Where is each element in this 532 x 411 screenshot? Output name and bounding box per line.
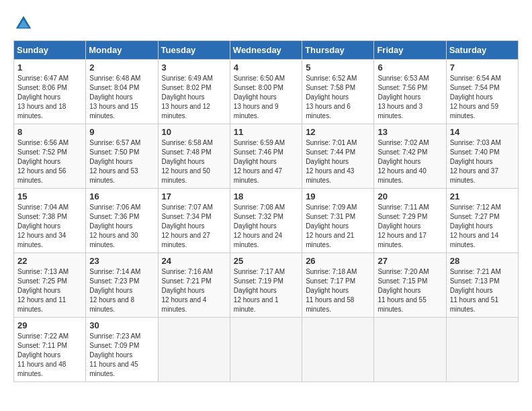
day-info: Sunrise: 7:20 AM Sunset: 7:15 PM Dayligh… — [378, 268, 429, 313]
calendar-cell: 17 Sunrise: 7:07 AM Sunset: 7:34 PM Dayl… — [158, 189, 230, 253]
day-number: 27 — [378, 256, 442, 266]
page-header — [13, 13, 519, 34]
day-number: 10 — [162, 127, 226, 137]
calendar-cell: 20 Sunrise: 7:11 AM Sunset: 7:29 PM Dayl… — [374, 189, 446, 253]
day-number: 13 — [378, 127, 442, 137]
day-number: 28 — [450, 256, 515, 266]
day-number: 23 — [89, 256, 154, 266]
day-number: 4 — [234, 62, 298, 73]
calendar-cell — [230, 318, 302, 382]
day-info: Sunrise: 7:22 AM Sunset: 7:11 PM Dayligh… — [17, 332, 69, 377]
calendar-cell: 14 Sunrise: 7:03 AM Sunset: 7:40 PM Dayl… — [446, 124, 518, 189]
day-info: Sunrise: 7:23 AM Sunset: 7:09 PM Dayligh… — [89, 332, 140, 377]
calendar-cell: 21 Sunrise: 7:12 AM Sunset: 7:27 PM Dayl… — [446, 189, 518, 253]
day-number: 18 — [234, 191, 298, 201]
day-number: 6 — [378, 62, 442, 73]
calendar-cell — [158, 318, 230, 382]
calendar-row: 29 Sunrise: 7:22 AM Sunset: 7:11 PM Dayl… — [14, 318, 519, 382]
calendar-cell: 2 Sunrise: 6:48 AM Sunset: 8:04 PM Dayli… — [86, 60, 158, 124]
day-number: 30 — [89, 320, 154, 330]
day-info: Sunrise: 7:03 AM Sunset: 7:40 PM Dayligh… — [450, 139, 501, 184]
calendar-cell: 4 Sunrise: 6:50 AM Sunset: 8:00 PM Dayli… — [230, 60, 302, 124]
header-cell-wednesday: Wednesday — [230, 41, 302, 60]
day-info: Sunrise: 7:06 AM Sunset: 7:36 PM Dayligh… — [89, 203, 140, 248]
calendar-cell: 15 Sunrise: 7:04 AM Sunset: 7:38 PM Dayl… — [14, 189, 86, 253]
day-info: Sunrise: 7:21 AM Sunset: 7:13 PM Dayligh… — [450, 268, 501, 313]
logo-icon — [13, 13, 34, 34]
day-info: Sunrise: 7:08 AM Sunset: 7:32 PM Dayligh… — [234, 203, 285, 248]
day-number: 5 — [306, 62, 370, 73]
calendar-cell: 5 Sunrise: 6:52 AM Sunset: 7:58 PM Dayli… — [302, 60, 374, 124]
calendar-cell: 18 Sunrise: 7:08 AM Sunset: 7:32 PM Dayl… — [230, 189, 302, 253]
day-info: Sunrise: 6:56 AM Sunset: 7:52 PM Dayligh… — [17, 139, 69, 184]
day-info: Sunrise: 6:47 AM Sunset: 8:06 PM Dayligh… — [17, 75, 69, 120]
day-info: Sunrise: 7:11 AM Sunset: 7:29 PM Dayligh… — [378, 203, 429, 248]
calendar-cell: 6 Sunrise: 6:53 AM Sunset: 7:56 PM Dayli… — [374, 60, 446, 124]
day-number: 3 — [162, 62, 226, 73]
day-info: Sunrise: 6:48 AM Sunset: 8:04 PM Dayligh… — [89, 75, 140, 120]
day-info: Sunrise: 6:52 AM Sunset: 7:58 PM Dayligh… — [306, 75, 357, 120]
calendar-cell: 25 Sunrise: 7:17 AM Sunset: 7:19 PM Dayl… — [230, 253, 302, 318]
calendar-cell — [374, 318, 446, 382]
header-row: SundayMondayTuesdayWednesdayThursdayFrid… — [14, 41, 519, 60]
day-info: Sunrise: 6:57 AM Sunset: 7:50 PM Dayligh… — [89, 139, 140, 184]
calendar-cell: 24 Sunrise: 7:16 AM Sunset: 7:21 PM Dayl… — [158, 253, 230, 318]
day-info: Sunrise: 7:07 AM Sunset: 7:34 PM Dayligh… — [162, 203, 213, 248]
day-number: 24 — [162, 256, 226, 266]
calendar-cell — [446, 318, 518, 382]
day-info: Sunrise: 6:54 AM Sunset: 7:54 PM Dayligh… — [450, 75, 501, 120]
header-cell-monday: Monday — [86, 41, 158, 60]
calendar-row: 15 Sunrise: 7:04 AM Sunset: 7:38 PM Dayl… — [14, 189, 519, 253]
calendar-cell: 26 Sunrise: 7:18 AM Sunset: 7:17 PM Dayl… — [302, 253, 374, 318]
day-info: Sunrise: 7:02 AM Sunset: 7:42 PM Dayligh… — [378, 139, 429, 184]
calendar-cell: 19 Sunrise: 7:09 AM Sunset: 7:31 PM Dayl… — [302, 189, 374, 253]
day-info: Sunrise: 7:01 AM Sunset: 7:44 PM Dayligh… — [306, 139, 357, 184]
calendar-cell: 28 Sunrise: 7:21 AM Sunset: 7:13 PM Dayl… — [446, 253, 518, 318]
calendar-cell: 3 Sunrise: 6:49 AM Sunset: 8:02 PM Dayli… — [158, 60, 230, 124]
calendar-cell: 12 Sunrise: 7:01 AM Sunset: 7:44 PM Dayl… — [302, 124, 374, 189]
day-number: 1 — [17, 62, 82, 73]
header-cell-sunday: Sunday — [14, 41, 86, 60]
calendar-row: 22 Sunrise: 7:13 AM Sunset: 7:25 PM Dayl… — [14, 253, 519, 318]
day-number: 17 — [162, 191, 226, 201]
day-number: 19 — [306, 191, 370, 201]
day-info: Sunrise: 6:50 AM Sunset: 8:00 PM Dayligh… — [234, 75, 285, 120]
calendar-cell: 27 Sunrise: 7:20 AM Sunset: 7:15 PM Dayl… — [374, 253, 446, 318]
day-info: Sunrise: 7:13 AM Sunset: 7:25 PM Dayligh… — [17, 268, 69, 313]
day-number: 7 — [450, 62, 515, 73]
calendar-cell: 22 Sunrise: 7:13 AM Sunset: 7:25 PM Dayl… — [14, 253, 86, 318]
day-number: 21 — [450, 191, 515, 201]
day-number: 2 — [89, 62, 154, 73]
calendar-cell: 13 Sunrise: 7:02 AM Sunset: 7:42 PM Dayl… — [374, 124, 446, 189]
day-info: Sunrise: 7:04 AM Sunset: 7:38 PM Dayligh… — [17, 203, 69, 248]
calendar-cell: 1 Sunrise: 6:47 AM Sunset: 8:06 PM Dayli… — [14, 60, 86, 124]
day-number: 11 — [234, 127, 298, 137]
day-info: Sunrise: 7:16 AM Sunset: 7:21 PM Dayligh… — [162, 268, 213, 313]
day-info: Sunrise: 6:58 AM Sunset: 7:48 PM Dayligh… — [162, 139, 213, 184]
day-number: 12 — [306, 127, 370, 137]
calendar-cell: 11 Sunrise: 6:59 AM Sunset: 7:46 PM Dayl… — [230, 124, 302, 189]
day-number: 22 — [17, 256, 82, 266]
day-info: Sunrise: 7:14 AM Sunset: 7:23 PM Dayligh… — [89, 268, 140, 313]
day-info: Sunrise: 6:59 AM Sunset: 7:46 PM Dayligh… — [234, 139, 285, 184]
day-number: 29 — [17, 320, 82, 330]
day-info: Sunrise: 7:17 AM Sunset: 7:19 PM Dayligh… — [234, 268, 285, 313]
calendar-cell: 16 Sunrise: 7:06 AM Sunset: 7:36 PM Dayl… — [86, 189, 158, 253]
logo — [13, 13, 35, 34]
calendar-cell: 9 Sunrise: 6:57 AM Sunset: 7:50 PM Dayli… — [86, 124, 158, 189]
day-number: 9 — [89, 127, 154, 137]
calendar-cell: 30 Sunrise: 7:23 AM Sunset: 7:09 PM Dayl… — [86, 318, 158, 382]
day-info: Sunrise: 7:12 AM Sunset: 7:27 PM Dayligh… — [450, 203, 501, 248]
calendar-cell: 29 Sunrise: 7:22 AM Sunset: 7:11 PM Dayl… — [14, 318, 86, 382]
calendar-cell: 23 Sunrise: 7:14 AM Sunset: 7:23 PM Dayl… — [86, 253, 158, 318]
calendar-row: 1 Sunrise: 6:47 AM Sunset: 8:06 PM Dayli… — [14, 60, 519, 124]
header-cell-friday: Friday — [374, 41, 446, 60]
header-cell-thursday: Thursday — [302, 41, 374, 60]
day-info: Sunrise: 7:09 AM Sunset: 7:31 PM Dayligh… — [306, 203, 357, 248]
day-number: 14 — [450, 127, 515, 137]
day-number: 26 — [306, 256, 370, 266]
calendar-cell — [302, 318, 374, 382]
calendar-cell: 10 Sunrise: 6:58 AM Sunset: 7:48 PM Dayl… — [158, 124, 230, 189]
day-number: 25 — [234, 256, 298, 266]
header-cell-tuesday: Tuesday — [158, 41, 230, 60]
